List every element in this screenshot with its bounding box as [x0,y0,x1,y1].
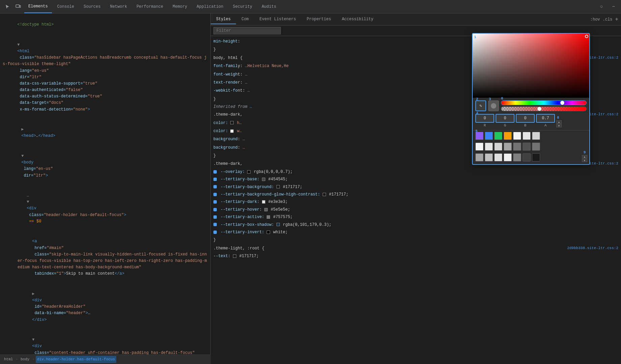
cssvar-tertiary-background: --tertiary-background: #171717; [211,183,621,191]
rgba-up-arrow[interactable]: ▲ [556,120,562,124]
r-label: R [484,123,486,127]
b-input-group: B [516,114,535,127]
picker-label-5: 5 [475,129,478,133]
swatch-white1[interactable] [513,132,521,140]
swatch-gray1[interactable] [475,143,483,151]
breadcrumb-div[interactable]: div.header-holder.has-default-focus [36,356,116,363]
cssvar-tertiary-active-checkbox[interactable] [213,215,217,219]
swatch-white3[interactable] [532,132,540,140]
swatch-mg2[interactable] [485,153,493,161]
cssvar-overlay: --overlay: rgba(0,0,0,0.7); [211,168,621,176]
cssvar-tertiary-bg-glow-checkbox[interactable] [213,193,217,196]
tab-elements[interactable]: Elements [24,0,52,13]
dom-line: … ▼ <div class="header-holder has-defaul… [0,186,210,232]
cssvar-tertiary-base: --tertiary-base: #454545; [211,176,621,183]
opacity-slider[interactable] [501,107,587,111]
device-icon[interactable] [13,2,23,11]
dom-line: ▶ <head>…</head> [0,120,210,146]
css-rule-themedark2-close: } [211,236,621,244]
cls-btn[interactable]: .cls [603,17,613,22]
rgba-arrows[interactable]: ▲ ▼ [556,120,562,127]
devtools-toolbar: Elements Console Sources Network Perform… [0,0,621,13]
dom-line: <!doctype html> [0,15,210,35]
swatches-down-arrow[interactable]: ▼ [582,159,587,162]
tab-security[interactable]: Security [229,0,257,13]
tab-console[interactable]: Console [53,0,78,13]
more-icon[interactable]: ⋯ [609,2,618,11]
picker-label-3: 3 [489,97,491,101]
css-rule-themelight: .theme-light, :root { 2d9bb338.site-ltr.… [211,244,621,252]
tab-accessibility[interactable]: Accessibility [336,15,379,24]
a-input-group: A [536,114,555,127]
cursor-icon[interactable] [3,2,12,11]
tab-properties[interactable]: Properties [301,15,336,24]
opacity-thumb [537,107,541,111]
g-input[interactable] [496,114,514,123]
hue-slider[interactable] [501,100,587,105]
cssvar-tertiary-dark-checkbox[interactable] [213,200,217,204]
tab-computed[interactable]: Com [236,15,254,24]
main-layout: <!doctype html> ▼ <html class="hasSideba… [0,13,621,364]
breadcrumb-html[interactable]: html [3,356,14,363]
picker-label-4: 4 [476,111,478,115]
swatch-mg7[interactable] [532,153,540,161]
g-label: G [504,123,506,127]
cssvar-tertiary-base-checkbox[interactable] [213,178,217,181]
swatches-up-arrow[interactable]: ▲ [582,155,587,158]
picker-controls: 2 ✎ 3 6 [473,98,589,114]
swatches-arrows[interactable]: ▲ ▼ [582,155,587,162]
styles-panel: Styles Com Event Listeners Properties Ac… [211,13,621,364]
swatch-mg4[interactable] [504,153,512,161]
hov-btn[interactable]: :hov [590,17,600,22]
color-gradient[interactable] [473,34,589,98]
color-picker-popup: 1 2 ✎ 3 [472,33,590,165]
eyedropper-button[interactable] [488,100,499,111]
cssvar-tertiary-dark: --tertiary-dark: #e3e3e3; [211,198,621,206]
swatch-mg1[interactable] [475,153,483,161]
swatch-gray2[interactable] [485,143,493,151]
emoji-icon[interactable]: ☺ [597,2,606,11]
cssvar-overlay-checkbox[interactable] [213,170,217,174]
swatch-gray7[interactable] [532,143,540,151]
swatches-row: 5 [473,130,589,164]
b-input[interactable] [516,114,535,123]
tab-sources[interactable]: Sources [80,0,105,13]
cssvar-tertiary-bg-checkbox[interactable] [213,185,217,188]
styles-tabs: Styles Com Event Listeners Properties Ac… [211,13,621,26]
picker-mode-button[interactable]: ✎ [475,100,486,111]
swatch-mg6[interactable] [523,153,531,161]
swatch-gray6[interactable] [523,143,531,151]
breadcrumb-body[interactable]: body [19,356,31,363]
dom-panel[interactable]: <!doctype html> ▼ <html class="hasSideba… [0,13,211,364]
swatch-blue[interactable] [485,132,493,140]
swatch-white2[interactable] [523,132,531,140]
cssvar-tertiary-invert: --tertiary-invert: white; [211,229,621,236]
swatch-mg5[interactable] [513,153,521,161]
swatch-gray4[interactable] [504,143,512,151]
tab-audits[interactable]: Audits [258,0,280,13]
styles-actions: :hov .cls + [590,17,621,23]
tab-network[interactable]: Network [106,0,131,13]
rgba-down-arrow[interactable]: ▼ [556,124,562,127]
tab-styles[interactable]: Styles [211,15,236,24]
svg-rect-1 [20,5,21,7]
tab-event-listeners[interactable]: Event Listeners [254,15,301,24]
cssvar-tertiary-bg-glow: --tertiary-background-glow-high-contrast… [211,191,621,198]
gradient-cursor [585,35,588,38]
rgba-inputs: R G B A 8 ▲ [473,114,589,130]
swatch-mg3[interactable] [494,153,502,161]
a-input[interactable] [536,114,555,123]
css-source-4[interactable]: 2d9bb338.site-ltr.css:2 [567,245,618,251]
cssvar-tertiary-hover-checkbox[interactable] [213,208,217,211]
cssvar-tertiary-invert-checkbox[interactable] [213,231,217,234]
cssvar-tertiary-boxshadow-checkbox[interactable] [213,223,217,226]
add-style-btn[interactable]: + [615,17,618,23]
swatch-gray3[interactable] [494,143,502,151]
tab-memory[interactable]: Memory [169,0,191,13]
tab-performance[interactable]: Performance [132,0,167,13]
swatch-green[interactable] [494,132,502,140]
filter-input[interactable] [213,27,281,34]
swatch-amber[interactable] [504,132,512,140]
tab-application[interactable]: Application [193,0,227,13]
swatch-gray5[interactable] [513,143,521,151]
